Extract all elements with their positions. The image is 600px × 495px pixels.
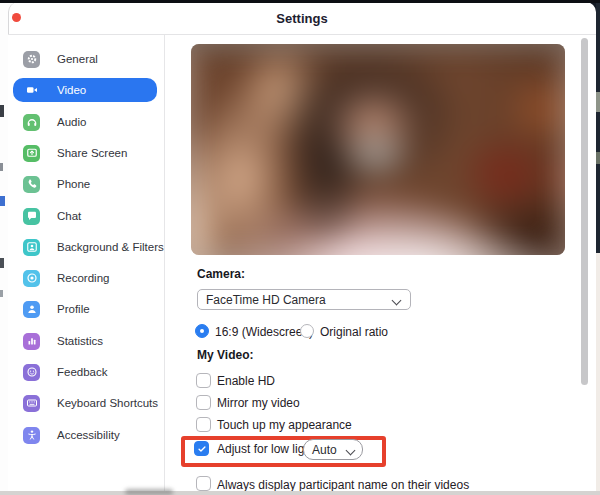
sidebar-item-share-screen[interactable]: Share Screen — [13, 141, 157, 165]
video-preview — [191, 44, 565, 255]
headphones-icon — [23, 114, 40, 131]
left-edge-artifact — [0, 163, 3, 171]
my-video-section-label: My Video: — [197, 348, 253, 362]
phone-icon — [23, 176, 40, 193]
mirror-my-video-label: Mirror my video — [217, 396, 300, 410]
sidebar-item-label: Background & Filters — [57, 241, 164, 253]
sidebar-item-recording[interactable]: Recording — [13, 266, 157, 290]
radio-16-9-widescreen[interactable] — [195, 324, 209, 338]
sidebar-item-label: Profile — [57, 303, 90, 315]
sidebar-item-keyboard-shortcuts[interactable]: Keyboard Shortcuts — [13, 391, 157, 415]
left-edge-artifact — [0, 290, 3, 297]
smiley-icon — [23, 364, 40, 381]
window-title: Settings — [8, 11, 596, 26]
touch-up-appearance-checkbox[interactable] — [196, 417, 211, 432]
radio-original-ratio-label: Original ratio — [320, 325, 388, 339]
sidebar-item-general[interactable]: General — [13, 47, 157, 71]
bottom-cut-edge — [0, 491, 600, 495]
sidebar-item-label: Recording — [57, 272, 109, 284]
sidebar-item-label: Phone — [57, 178, 90, 190]
bottom-smudge — [125, 489, 173, 495]
sidebar-item-phone[interactable]: Phone — [13, 172, 157, 196]
sidebar-item-profile[interactable]: Profile — [13, 297, 157, 321]
left-edge-artifact — [0, 258, 4, 268]
enable-hd-label: Enable HD — [217, 374, 275, 388]
enable-hd-checkbox[interactable] — [196, 373, 211, 388]
chevron-down-icon — [346, 445, 356, 455]
sidebar-item-label: Keyboard Shortcuts — [57, 397, 158, 409]
touch-up-appearance-label: Touch up my appearance — [217, 418, 352, 432]
screen-right-edge — [596, 0, 600, 253]
low-light-mode-select[interactable]: Auto — [303, 439, 363, 460]
share-screen-icon — [23, 145, 40, 162]
radio-original-ratio[interactable] — [300, 324, 314, 338]
sidebar-item-statistics[interactable]: Statistics — [13, 329, 157, 353]
sidebar-item-label: Share Screen — [57, 147, 127, 159]
video-camera-icon — [23, 82, 40, 99]
always-display-name-checkbox[interactable] — [196, 476, 211, 491]
background-filters-icon — [23, 239, 40, 256]
sidebar-item-label: Video — [57, 84, 86, 96]
sidebar-item-chat[interactable]: Chat — [13, 204, 157, 228]
camera-section-label: Camera: — [197, 267, 245, 281]
chat-bubble-icon — [23, 208, 40, 225]
screen-top-edge — [0, 0, 600, 3]
screen-right-edge — [596, 152, 600, 164]
adjust-low-light-checkbox[interactable] — [194, 441, 209, 456]
sidebar-item-label: Chat — [57, 210, 81, 222]
adjust-low-light-label: Adjust for low light — [217, 442, 314, 456]
left-edge-artifact — [0, 196, 5, 206]
scrollbar-thumb[interactable] — [581, 38, 588, 385]
radio-16-9-label: 16:9 (Widescreen) — [215, 325, 313, 339]
screen-right-edge — [596, 253, 600, 495]
mirror-my-video-checkbox[interactable] — [196, 395, 211, 410]
sidebar-item-label: Audio — [57, 116, 86, 128]
chevron-down-icon — [392, 295, 402, 305]
always-display-name-label: Always display participant name on their… — [217, 478, 469, 492]
sidebar-item-label: Feedback — [57, 366, 108, 378]
sidebar-item-background-filters[interactable]: Background & Filters — [13, 235, 157, 259]
screen-right-edge — [596, 92, 600, 112]
camera-select[interactable]: FaceTime HD Camera — [197, 289, 411, 310]
accessibility-icon — [23, 427, 40, 444]
sidebar-item-accessibility[interactable]: Accessibility — [13, 423, 157, 447]
left-edge-artifact — [0, 105, 4, 117]
check-icon — [197, 444, 207, 454]
keyboard-icon — [23, 395, 40, 412]
low-light-mode-value: Auto — [312, 443, 337, 457]
record-icon — [23, 270, 40, 287]
gear-icon — [23, 51, 40, 68]
sidebar-item-label: Statistics — [57, 335, 103, 347]
sidebar-item-feedback[interactable]: Feedback — [13, 360, 157, 384]
sidebar-item-label: General — [57, 53, 98, 65]
sidebar-item-video[interactable]: Video — [13, 78, 157, 102]
sidebar-item-audio[interactable]: Audio — [13, 110, 157, 134]
sidebar-item-label: Accessibility — [57, 429, 120, 441]
bar-chart-icon — [23, 333, 40, 350]
profile-icon — [23, 301, 40, 318]
camera-select-value: FaceTime HD Camera — [206, 293, 326, 307]
